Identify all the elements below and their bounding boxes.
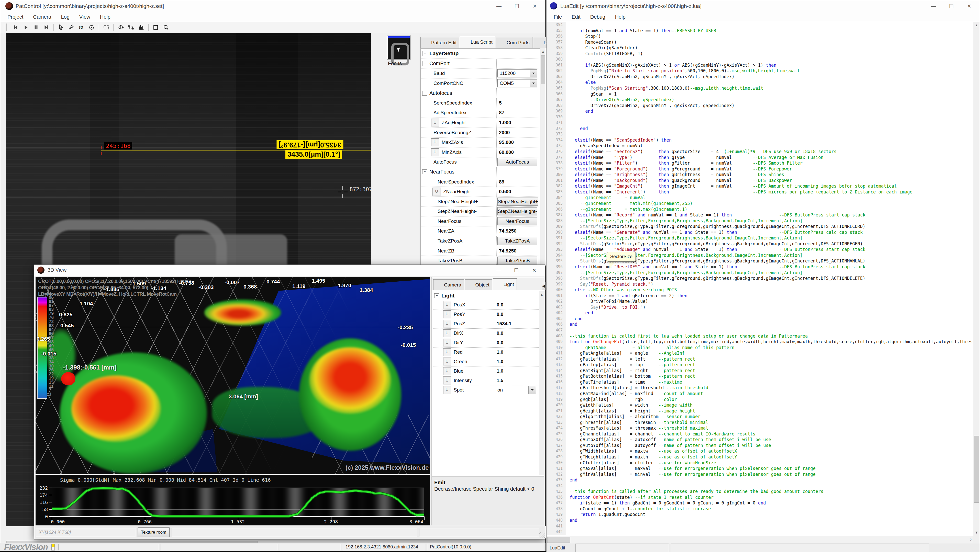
comportcnc-dropdown[interactable]: COM5 (497, 79, 537, 87)
play-button[interactable] (21, 23, 30, 32)
code-line[interactable]: 423 gThresMin[alias] = thresmin --thresh… (547, 420, 973, 425)
code-line[interactable]: 365 PopMsg("Scan Starting",300,100,1800,… (547, 86, 973, 91)
u-checkbox[interactable]: U (443, 310, 451, 319)
autofocus-button[interactable]: AutoFocus (497, 158, 537, 166)
code-line[interactable]: 412 gPatLeft[alias] = left --pattern rec… (547, 356, 973, 362)
code-line[interactable]: 356 Stop() (547, 33, 973, 40)
code-vscrollbar[interactable]: ▲ ▼ (973, 22, 980, 536)
code-line[interactable]: 405 end (547, 316, 973, 322)
pause-button[interactable] (32, 23, 41, 32)
u-checkbox[interactable]: U (443, 357, 451, 366)
code-line[interactable]: 354 (547, 22, 973, 28)
grid-value[interactable]: 1.0 (495, 368, 503, 374)
stepznearheight-button[interactable]: StepZNearHeight+ (497, 198, 538, 206)
code-line[interactable]: 375 gScanSpeedIndex = numVal (547, 143, 973, 149)
code-line[interactable]: 421 gHeight[alias] = height --image heig… (547, 408, 973, 414)
code-line[interactable]: 430 gClutter[alias] = clutter --use for … (547, 460, 973, 466)
step-forward-button[interactable] (42, 23, 51, 32)
u-checkbox[interactable]: U (443, 320, 451, 328)
grid-value[interactable]: 89 (497, 179, 504, 185)
scroll-thumb[interactable] (541, 56, 545, 84)
code-line[interactable]: 434 (547, 483, 973, 489)
u-checkbox[interactable]: U (443, 367, 451, 375)
code-line[interactable]: 369 end (547, 108, 973, 114)
code-line[interactable]: 355 if(numVal == 1 and State == 1) then-… (547, 28, 973, 34)
code-line[interactable]: 431 gMaxVal[alias] = maxval --use for er… (547, 466, 973, 471)
code-line[interactable]: 390 elseif(Name == "Generate" and numVal… (547, 230, 973, 235)
maximize-icon[interactable]: ☐ (508, 0, 526, 12)
code-line[interactable]: 441 (547, 523, 973, 529)
code-line[interactable]: 414 gPatRight[alias] = right --pattern r… (547, 368, 973, 374)
code-line[interactable]: 425 gChannel[alias] = channel --channel … (547, 431, 973, 437)
code-line[interactable]: 379 elseif(Name == "Foreground") then gF… (547, 166, 973, 172)
code-line[interactable]: 406end (547, 322, 973, 327)
menu-item-view[interactable]: View (79, 14, 90, 20)
code-line[interactable]: 416 gPatTime[alias] = time --maxtime (547, 379, 973, 385)
code-line[interactable]: 383 elseif(Name == "Increment") then --D… (547, 189, 973, 195)
code-line[interactable]: 442 (547, 529, 973, 535)
menu-item-log[interactable]: Log (61, 14, 69, 20)
code-line[interactable]: 387 elseif(Name == "Record" and numVal =… (547, 212, 973, 218)
code-line[interactable]: 378 elseif(Name == "Filter") then gFilte… (547, 160, 973, 166)
u-checkbox[interactable]: U (431, 119, 439, 127)
u-checkbox[interactable]: U (431, 138, 439, 146)
code-line[interactable]: 372 end (547, 126, 973, 132)
code-line[interactable]: 420 gWidth[alias] = width --image width (547, 402, 973, 408)
maximize-icon[interactable]: ☐ (942, 0, 960, 12)
code-line[interactable]: 388 --[SectorSize,Type,Filter,Foreground… (547, 218, 973, 224)
code-line[interactable]: 382 elseif(Name == "ImageCnt") then gIma… (547, 183, 973, 189)
grid-value[interactable]: 1.0 (495, 359, 503, 365)
minimize-icon[interactable]: — (490, 0, 508, 12)
code-line[interactable]: 413 gPatTop[alias] = top --pattern rect (547, 362, 973, 368)
code-line[interactable]: 380 elseif(Name == "Brightness") then gB… (547, 172, 973, 178)
code-line[interactable]: 362 PopMsg("Ride to Start scan position"… (547, 68, 973, 74)
rotate-button[interactable] (87, 23, 96, 32)
close-icon[interactable]: ✕ (960, 0, 978, 12)
grid-value[interactable]: 1.5 (495, 378, 503, 383)
code-line[interactable]: 411 gPatAngle[alias] = angle --AngleInf (547, 351, 973, 356)
code-line[interactable]: 392 StartDfs(gSectorSize,gType,gFilter,g… (547, 241, 973, 247)
split-button[interactable] (116, 23, 125, 32)
baud-dropdown[interactable]: 115200 (497, 69, 537, 78)
expander-icon[interactable]: − (422, 61, 427, 66)
tab-camera[interactable]: Camera (433, 279, 464, 290)
marquee-button[interactable] (102, 23, 111, 32)
code-line[interactable]: 439 return 1,gBadCnt,gGoodCnt (547, 512, 973, 517)
code-line[interactable]: 377 elseif(Name == "Type") then gType = … (547, 155, 973, 160)
wrench-button[interactable] (67, 23, 76, 32)
code-line[interactable]: 415 gPatBottom[alias] = bottom --pattern… (547, 373, 973, 379)
scroll-up-icon[interactable]: ▲ (540, 48, 546, 55)
u-checkbox[interactable]: U (443, 348, 451, 356)
code-line[interactable]: 432 gMinVal[alias] = minval --use for er… (547, 471, 973, 477)
resize-grip[interactable] (539, 532, 545, 538)
code-line[interactable]: 398 StartDfs(gSectorSize,gType,gFilter,g… (547, 276, 973, 281)
expander-icon[interactable]: − (422, 51, 427, 56)
grid-value[interactable]: 0.0 (495, 340, 503, 346)
stepznearheight-button[interactable]: StepZNearHeight- (497, 207, 537, 216)
code-line[interactable]: 404 end (547, 310, 973, 316)
code-line[interactable]: 440end (547, 517, 973, 523)
grid-value[interactable]: 60.000 (497, 149, 514, 155)
code-line[interactable]: 433end (547, 477, 973, 483)
code-line[interactable]: 399 Say("Reset, Pyramid stack.") (547, 281, 973, 287)
panel-vscrollbar[interactable]: ▲ (540, 48, 546, 265)
code-line[interactable]: 368 DriveXYZ(gScanMinX, gScanMinY , gAxi… (547, 103, 973, 109)
code-line[interactable]: 373 (547, 132, 973, 137)
minimize-icon[interactable]: — (490, 265, 508, 276)
code-line[interactable]: 401 if(State == 1 and gReference == 2) t… (547, 293, 973, 299)
code-line[interactable]: 418 gPatMaxFind[alias] = maxfind --count… (547, 391, 973, 397)
code-line[interactable]: 409function OnChangePat(alias,left,top,r… (547, 339, 973, 345)
code-line[interactable]: 437 if(state == 1) then gBadCnt = 0 gGoo… (547, 500, 973, 506)
expander-icon[interactable]: − (434, 293, 439, 298)
code-line[interactable]: 371 (547, 120, 973, 126)
grid-value[interactable]: 0.500 (497, 189, 511, 195)
code-line[interactable]: 364 else (547, 79, 973, 86)
scroll-thumb[interactable] (974, 436, 979, 503)
code-line[interactable]: 428 gTWidth[alias] = maxtw --use as offs… (547, 448, 973, 454)
code-line[interactable]: 360 (547, 57, 973, 62)
code-line[interactable]: 381 elseif(Name == "Background") then gB… (547, 178, 973, 184)
code-line[interactable]: 435--this function is called after all p… (547, 489, 973, 495)
code-line[interactable]: 429 gTHeight[alias] = maxth --use as off… (547, 454, 973, 460)
spot-dropdown[interactable]: on (495, 386, 536, 394)
tab-lua-script[interactable]: Lua Script (460, 36, 495, 48)
